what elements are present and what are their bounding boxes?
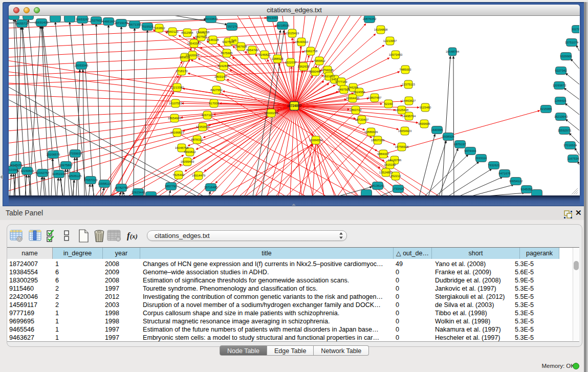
svg-text:8878312: 8878312 <box>191 138 203 141</box>
svg-text:1640995: 1640995 <box>431 128 443 132</box>
svg-text:546: 546 <box>231 39 237 42</box>
svg-text:9794028: 9794028 <box>321 69 334 72</box>
svg-text:5938928: 5938928 <box>442 135 454 138</box>
svg-text:1322037: 1322037 <box>285 61 297 64</box>
svg-text:9227342: 9227342 <box>555 69 567 72</box>
svg-text:10973493: 10973493 <box>389 53 403 56</box>
svg-text:12353594: 12353594 <box>196 125 210 128</box>
svg-text:8813054: 8813054 <box>266 16 278 19</box>
svg-text:10958117: 10958117 <box>98 182 112 185</box>
svg-text:1527602: 1527602 <box>90 19 102 22</box>
svg-text:17359934: 17359934 <box>69 152 82 155</box>
svg-text:252214: 252214 <box>390 174 401 178</box>
svg-text:16961758: 16961758 <box>304 50 318 53</box>
svg-text:18720407: 18720407 <box>355 118 369 121</box>
svg-text:9699695: 9699695 <box>418 122 430 125</box>
svg-text:10807487: 10807487 <box>368 96 382 99</box>
svg-text:14495764: 14495764 <box>402 115 416 118</box>
svg-text:11451944: 11451944 <box>52 172 66 176</box>
svg-text:3267110: 3267110 <box>202 114 214 117</box>
svg-text:16548784: 16548784 <box>446 50 460 53</box>
svg-text:13524851: 13524851 <box>379 171 393 174</box>
svg-text:746266: 746266 <box>348 86 359 89</box>
svg-text:20364436: 20364436 <box>346 97 360 100</box>
svg-text:8146328: 8146328 <box>207 38 219 41</box>
svg-text:2718170: 2718170 <box>176 70 188 73</box>
svg-text:15716485: 15716485 <box>204 186 218 189</box>
svg-text:19166823: 19166823 <box>170 131 184 134</box>
svg-text:12375115: 12375115 <box>402 83 416 86</box>
svg-text:15226058: 15226058 <box>196 31 210 34</box>
svg-text:16099469: 16099469 <box>181 160 194 163</box>
svg-text:9329906: 9329906 <box>560 55 572 58</box>
svg-text:1615152: 1615152 <box>384 163 396 166</box>
svg-text:10886609: 10886609 <box>364 130 378 134</box>
svg-text:1362635: 1362635 <box>297 65 310 68</box>
svg-text:20975867: 20975867 <box>59 164 73 167</box>
svg-text:7955812: 7955812 <box>313 59 325 62</box>
svg-text:9884007: 9884007 <box>377 152 389 156</box>
svg-text:7625402: 7625402 <box>172 173 185 177</box>
svg-text:9827503: 9827503 <box>195 35 207 38</box>
svg-text:18807209: 18807209 <box>371 139 385 142</box>
svg-text:2803144: 2803144 <box>214 75 227 78</box>
svg-text:1624554: 1624554 <box>353 91 365 94</box>
svg-text:16210643: 16210643 <box>554 115 568 118</box>
svg-text:7163822: 7163822 <box>153 27 165 30</box>
svg-text:16671355: 16671355 <box>128 23 142 26</box>
svg-text:16782759: 16782759 <box>115 186 128 189</box>
svg-text:20876352: 20876352 <box>363 17 377 20</box>
svg-text:12923446: 12923446 <box>132 191 145 194</box>
svg-text:7863722: 7863722 <box>350 108 362 112</box>
svg-text:20053346: 20053346 <box>75 64 89 67</box>
svg-text:10653267: 10653267 <box>76 18 90 21</box>
svg-text:10025438: 10025438 <box>395 108 409 112</box>
svg-text:9115460: 9115460 <box>420 106 432 109</box>
svg-text:10654122: 10654122 <box>509 180 523 183</box>
svg-text:1117264: 1117264 <box>572 28 579 31</box>
svg-text:1167534: 1167534 <box>568 157 579 160</box>
svg-text:9242848: 9242848 <box>217 64 230 68</box>
svg-text:12213957: 12213957 <box>383 39 397 42</box>
svg-text:18654985: 18654985 <box>168 117 182 120</box>
svg-text:16914479: 16914479 <box>192 174 206 177</box>
svg-text:16756928: 16756928 <box>395 145 409 148</box>
svg-text:16120786: 16120786 <box>388 159 402 162</box>
svg-text:6879197: 6879197 <box>454 143 466 146</box>
svg-text:12213383: 12213383 <box>170 86 184 89</box>
svg-text:7357274: 7357274 <box>226 25 238 28</box>
svg-text:17957223: 17957223 <box>84 179 98 182</box>
svg-text:9777169: 9777169 <box>335 80 347 83</box>
svg-text:20206576: 20206576 <box>47 153 60 156</box>
svg-text:16107553: 16107553 <box>169 102 183 105</box>
svg-text:1733426: 1733426 <box>392 187 404 190</box>
svg-text:7515525: 7515525 <box>141 25 154 28</box>
svg-text:16654923: 16654923 <box>398 129 412 133</box>
svg-text:1388520: 1388520 <box>271 57 284 60</box>
svg-text:8912954: 8912954 <box>181 31 193 34</box>
svg-text:10719155: 10719155 <box>115 21 128 25</box>
svg-text:417006: 417006 <box>209 102 220 105</box>
svg-text:12505125: 12505125 <box>68 174 82 178</box>
svg-text:8990443: 8990443 <box>309 70 321 73</box>
svg-text:18300295: 18300295 <box>265 112 278 115</box>
svg-text:14345051: 14345051 <box>9 164 23 167</box>
svg-text:17016504: 17016504 <box>563 144 577 147</box>
svg-text:8471676: 8471676 <box>498 172 511 175</box>
svg-text:6466160: 6466160 <box>102 20 115 23</box>
svg-text:2933114: 2933114 <box>475 157 488 160</box>
svg-text:19218506: 19218506 <box>276 24 290 27</box>
svg-text:16154808: 16154808 <box>374 28 388 31</box>
svg-text:14463627: 14463627 <box>402 99 416 102</box>
svg-text:13751074: 13751074 <box>565 41 579 44</box>
svg-text:62160: 62160 <box>384 102 393 105</box>
svg-text:12150829: 12150829 <box>20 169 34 172</box>
svg-text:9474444: 9474444 <box>464 149 476 152</box>
svg-text:16033809: 16033809 <box>204 17 218 20</box>
svg-text:14136141: 14136141 <box>371 184 385 187</box>
svg-text:8660123: 8660123 <box>166 30 179 33</box>
svg-text:3493822: 3493822 <box>184 150 196 154</box>
svg-text:9245052: 9245052 <box>520 188 533 191</box>
svg-text:18724007: 18724007 <box>287 104 302 107</box>
svg-text:12342757: 12342757 <box>36 171 50 174</box>
